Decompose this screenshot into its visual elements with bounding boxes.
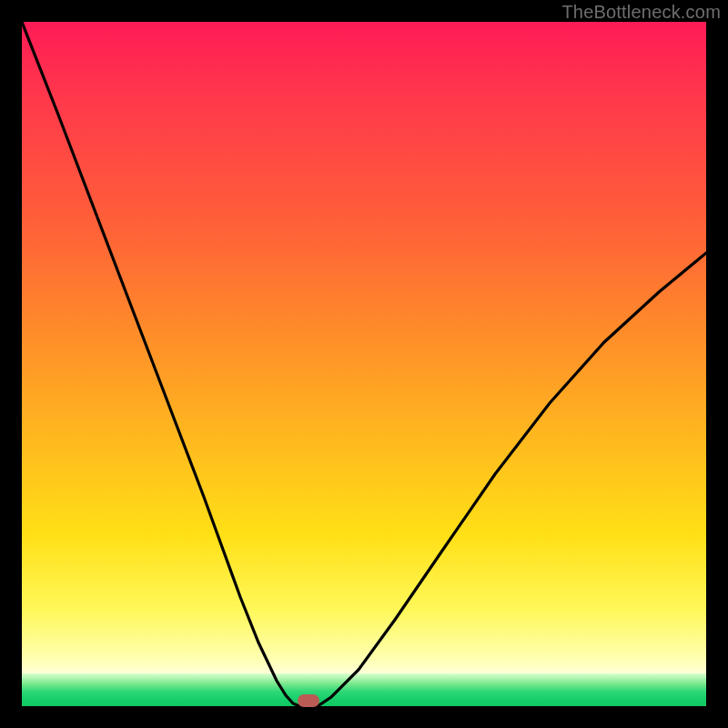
bottleneck-curve bbox=[22, 22, 706, 706]
curve-left-branch bbox=[22, 22, 299, 706]
minimum-marker bbox=[298, 694, 319, 707]
chart-frame bbox=[22, 22, 706, 706]
watermark-text: TheBottleneck.com bbox=[561, 2, 721, 23]
curve-right-branch bbox=[318, 253, 706, 706]
